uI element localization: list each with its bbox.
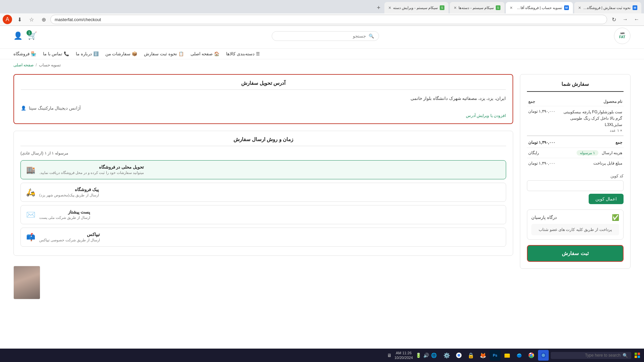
nav-item-shop[interactable]: 🏪 فروشگاه — [13, 51, 36, 56]
browser-tab-2[interactable]: M تسویه حساب | فروشگاه آقان جاز × — [506, 2, 573, 13]
total-row: جمع ۱,۴۹۰,۰۰۰ تومان — [527, 136, 624, 148]
col-product-header: نام محصول — [556, 97, 624, 106]
tab-favicon-2: M — [564, 5, 569, 10]
shipping-badge: ۱ مرسوله — [577, 150, 598, 156]
site-logo: MR. FAT — [614, 27, 631, 44]
bookmark-icon[interactable]: ☆ — [27, 15, 36, 24]
total-label: جمع — [556, 136, 624, 148]
shipping-option-post[interactable]: پست پیشتاز ارسال از طریق شرکت ملی پست ✉️ — [20, 205, 506, 224]
browser-controls: ← → ↻ ⊕ ☆ ⬇ A — [0, 13, 644, 26]
cart-button[interactable]: 🛒 1 — [28, 32, 37, 40]
nav-label-shop: فروشگاه — [13, 51, 30, 56]
order-summary-panel: سفارش شما نام محصول جمع ست بلوزشلوارFG پ… — [520, 74, 631, 269]
total-price: ۱,۴۹۰,۰۰۰ تومان — [527, 136, 556, 148]
back-button[interactable]: ← — [632, 15, 641, 24]
breadcrumb: تسویه حساب / صفحه اصلی — [0, 59, 644, 71]
shipping-option-tipax[interactable]: تیپاکس ارسال از طریق شرکت خصوصی تیپاکس 📫 — [20, 228, 506, 247]
search-bar[interactable]: 🔍 — [272, 31, 379, 41]
nav-label-my-orders: سفارشات من — [105, 51, 131, 56]
gateway-label: درگاه پارسیان — [531, 215, 557, 220]
shipping-row: هزینه ارسال ۱ مرسوله رایگان — [527, 147, 624, 158]
shipping-count-label: مرسوله ۱ از ۱ (ارسال عادی) — [20, 151, 68, 156]
nav-item-order-guide[interactable]: 📋 نحوه ثبت سفارش — [144, 51, 183, 56]
tipax-icon: 📫 — [26, 233, 35, 242]
categories-icon: ☰ — [256, 51, 260, 56]
browser-tab-3[interactable]: S سیکام سیستم - دسته‌ها × — [450, 2, 504, 13]
address-bar[interactable] — [50, 15, 607, 24]
shipping-option-3-title: پست پیشتاز — [39, 209, 90, 215]
nav-item-home[interactable]: 🏠 صفحه اصلی — [191, 51, 220, 56]
site-header: MR. FAT 🔍 🛒 1 👤 — [0, 23, 644, 49]
product-name: ست بلوزشلوارFG پارچه بیسکوییتی گرم بالا … — [558, 109, 622, 128]
forward-button[interactable]: → — [621, 15, 630, 24]
courier-icon: 🛵 — [26, 188, 35, 197]
shipping-option-store[interactable]: تحویل محلی در فروشگاه میتوانید سفارشات خ… — [20, 160, 506, 179]
shipping-option-courier[interactable]: پیک فروشگاه ارسال از طریق پیک(مخصوص شهر … — [20, 183, 506, 202]
shipping-option-4-text: تیپاکس ارسال از طریق شرکت خصوصی تیپاکس — [39, 232, 100, 242]
address-info: ایران، یزد، یزد، مصفائیه شهرک دانشگاه بل… — [21, 95, 506, 102]
tab-title-3: سیکام سیستم - دسته‌ها — [459, 6, 494, 10]
shipping-option-2-desc: ارسال از طریق پیک(مخصوص شهر یزد) — [39, 193, 99, 197]
search-icon: 🔍 — [369, 34, 374, 39]
download-icon[interactable]: ⬇ — [15, 15, 24, 24]
payment-gateway[interactable]: ✅ درگاه پارسیان پرداخت از طریق کلیه کارت… — [527, 209, 624, 240]
breadcrumb-home[interactable]: صفحه اصلی — [13, 63, 34, 67]
product-thumbnail — [13, 266, 40, 299]
tab-close-4[interactable]: × — [388, 5, 391, 10]
logo-icon: MR. FAT — [614, 27, 631, 44]
about-icon: ℹ️ — [93, 51, 99, 56]
nav-item-contact[interactable]: 📞 تماس با ما — [43, 51, 69, 56]
agency-name: آژانس دیجیتال مارکتینگ سپتا — [29, 106, 81, 111]
delivery-section: آدرس تحویل سفارش ایران، یزد، یزد، مصفائی… — [13, 74, 513, 299]
shipping-card: زمان و روش ارسال سفارش مرسوله ۱ از ۱ (ار… — [13, 131, 513, 256]
browser-chrome: M نحوه ثبت سفارش | فروشگاه آقان جاز × M … — [0, 0, 644, 23]
site-nav: ☰ دسته‌بندی کالاها 🏠 صفحه اصلی 📋 نحوه ثب… — [0, 49, 644, 59]
nav-label-about: درباره ما — [76, 51, 92, 56]
nav-label-contact: تماس با ما — [43, 51, 62, 56]
tab-favicon-3: S — [496, 5, 500, 10]
address-card: آدرس تحویل سفارش ایران، یزد، یزد، مصفائی… — [13, 74, 513, 124]
apply-coupon-button[interactable]: اعمال کوپن — [589, 194, 624, 204]
order-table: نام محصول جمع ست بلوزشلوارFG پارچه بیسکو… — [527, 97, 624, 168]
nav-item-about[interactable]: ℹ️ درباره ما — [76, 51, 99, 56]
search-input[interactable] — [277, 34, 366, 39]
shipping-option-3-text: پست پیشتاز ارسال از طریق شرکت ملی پست — [39, 209, 90, 220]
tab-favicon-4: S — [440, 5, 444, 10]
browser-tab-1[interactable]: M نحوه ثبت سفارش | فروشگاه آقان جاز × — [574, 2, 641, 13]
profile-icon[interactable]: A — [3, 15, 12, 24]
nav-label-categories: دسته‌بندی کالاها — [226, 51, 255, 56]
nav-item-my-orders[interactable]: 📦 سفارشات من — [105, 51, 138, 56]
shipping-label: هزینه ارسال ۱ مرسوله — [556, 147, 624, 158]
header-actions: 🛒 1 👤 — [13, 32, 37, 40]
gateway-row: ✅ درگاه پارسیان — [531, 214, 619, 221]
tab-close-1[interactable]: × — [578, 5, 581, 10]
home-icon: 🏠 — [214, 51, 219, 56]
tab-close-3[interactable]: × — [454, 5, 457, 10]
reload-button[interactable]: ↻ — [609, 15, 619, 24]
payable-label: مبلغ قابل پرداخت — [556, 158, 624, 168]
svg-text:FAT: FAT — [619, 35, 625, 39]
shipping-option-1-text: تحویل محلی در فروشگاه میتوانید سفارشات خ… — [39, 165, 144, 175]
breadcrumb-current: تسویه حساب — [39, 63, 61, 67]
submit-order-button[interactable]: ثبت سفارش — [527, 245, 624, 262]
shipping-info-row: مرسوله ۱ از ۱ (ارسال عادی) — [20, 151, 506, 156]
product-qty: × ۱ عدد — [558, 128, 622, 133]
payable-price: ۱,۴۹۰,۰۰۰ تومان — [527, 158, 556, 168]
coupon-input[interactable] — [527, 180, 624, 191]
nav-item-categories[interactable]: ☰ دسته‌بندی کالاها — [226, 51, 260, 56]
order-product-row: ست بلوزشلوارFG پارچه بیسکوییتی گرم بالا … — [527, 106, 624, 136]
shipping-option-4-title: تیپاکس — [39, 232, 100, 237]
tab-close-2[interactable]: × — [510, 5, 513, 10]
col-total-header: جمع — [527, 97, 556, 106]
translate-icon[interactable]: ⊕ — [39, 15, 48, 24]
product-thumbnail-area — [13, 266, 513, 299]
address-card-title: آدرس تحویل سفارش — [21, 80, 506, 90]
user-button[interactable]: 👤 — [13, 32, 22, 40]
edit-address-link[interactable]: افزودن یا ویرایش آدرس — [21, 113, 506, 118]
shop-icon: 🏪 — [31, 51, 36, 56]
contact-icon: 📞 — [64, 51, 69, 56]
new-tab-button[interactable]: + — [374, 4, 383, 11]
browser-tab-4[interactable]: S سیکام سیستم - ویرایش دسته × — [384, 2, 448, 13]
shipping-option-3-desc: ارسال از طریق شرکت ملی پست — [39, 216, 90, 220]
order-summary-title: سفارش شما — [527, 81, 624, 92]
